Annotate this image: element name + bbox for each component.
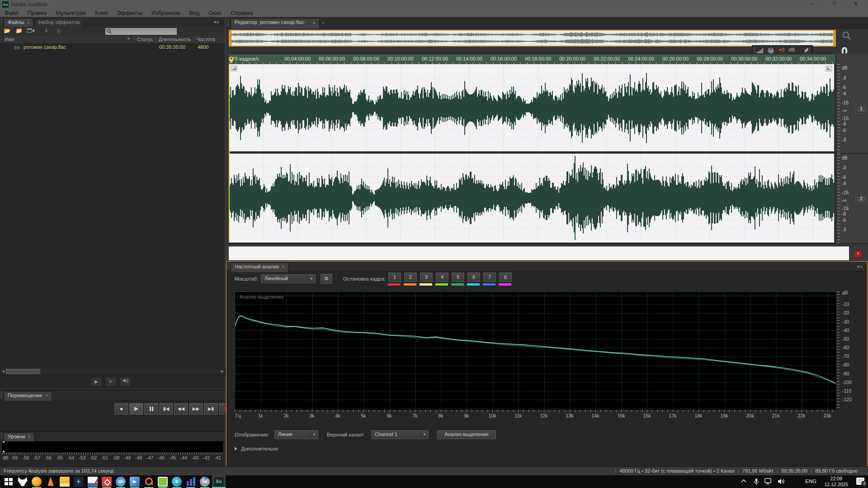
skip-back-button[interactable]: ▮◀ [159, 403, 173, 415]
scroll-left-icon[interactable]: ◀ [0, 369, 6, 374]
stop-button[interactable]: ■ [114, 403, 128, 415]
hold-button-5[interactable]: 5 [452, 272, 464, 282]
taskbar-image-viewer[interactable] [86, 475, 99, 488]
taskbar-file-explorer[interactable] [58, 475, 71, 488]
close-marker-button[interactable]: × [854, 250, 862, 258]
close-button[interactable]: ✕ [849, 0, 863, 8]
top-channel-select[interactable]: Channel 1▼ [371, 430, 429, 439]
sort-arrow-icon[interactable]: ▼ [127, 37, 130, 41]
close-icon[interactable]: × [27, 20, 30, 25]
display-select[interactable]: Линия▼ [274, 430, 318, 439]
speaker-icon[interactable] [778, 478, 786, 485]
advanced-expander[interactable]: Дополнительно [235, 446, 278, 451]
close-icon[interactable]: × [28, 434, 30, 439]
hold-button-8[interactable]: 8 [499, 272, 512, 282]
scan-selection-button[interactable]: Анализ выделения [437, 430, 496, 439]
col-status[interactable]: Статус [137, 37, 153, 42]
taskbar-red-diamond-app[interactable] [100, 475, 113, 488]
pause-button[interactable] [144, 403, 158, 415]
col-duration[interactable]: Длительность [159, 37, 191, 42]
notification-icon[interactable]: 4 [856, 478, 864, 485]
tab-files[interactable]: Файлы× [4, 18, 33, 28]
menu-вид[interactable]: Вид [185, 9, 204, 16]
gain-value[interactable]: +0 [778, 47, 784, 53]
panel-menu-icon[interactable]: ▾≡ [214, 20, 219, 24]
menu-окно[interactable]: Окно [204, 9, 226, 16]
playhead-handle[interactable] [228, 56, 234, 64]
tab-transport[interactable]: Перемещение× [4, 391, 52, 401]
close-icon[interactable]: × [45, 393, 48, 398]
tray-expand-icon[interactable] [741, 478, 747, 484]
taskbar-vlc[interactable] [44, 475, 57, 488]
taskbar-foobar2000[interactable] [16, 475, 29, 488]
scrollbar-thumb[interactable] [6, 369, 40, 374]
menu-правка[interactable]: Правка [23, 9, 51, 16]
taskbar-firefox[interactable] [30, 475, 43, 488]
chevron-down-icon[interactable]: ▼ [309, 21, 316, 24]
menu-клип[interactable]: Клип [90, 9, 112, 16]
waveform-display[interactable] [229, 64, 834, 244]
skip-ahead-button[interactable]: ▶▮ [204, 403, 218, 415]
clock[interactable]: 22:09 12.12.2025 [824, 476, 848, 488]
forward-button[interactable]: ▶▶ [189, 403, 203, 415]
hold-button-2[interactable]: 2 [404, 272, 417, 282]
taskbar-media-player[interactable]: ▶ [128, 475, 142, 488]
channel-2-button[interactable]: 2 [856, 195, 866, 203]
col-frequency[interactable]: Частота [197, 37, 215, 42]
import-file-icon[interactable]: 📁 [14, 28, 24, 35]
autoplay-button[interactable] [119, 377, 131, 387]
taskbar-qbittorrent[interactable]: qb [114, 475, 127, 488]
rewind-button[interactable]: ◀◀ [174, 403, 188, 415]
menu-эффекты[interactable]: Эффекты [112, 9, 147, 16]
menu-файл[interactable]: Файл [0, 9, 23, 16]
scroll-right-icon[interactable]: ▶ [220, 369, 225, 374]
minimize-button[interactable]: – [806, 0, 819, 8]
taskbar-edge[interactable]: e [170, 475, 184, 488]
taskbar-stats-app[interactable] [184, 475, 198, 488]
hold-button-7[interactable]: 7 [483, 272, 496, 282]
new-file-icon[interactable]: 🗔▾ [26, 28, 35, 35]
zoom-icon[interactable] [842, 31, 852, 41]
taskbar-sync-app[interactable]: ✛ [72, 475, 85, 488]
hold-button-4[interactable]: 4 [436, 272, 448, 282]
hold-button-3[interactable]: 3 [420, 272, 433, 282]
open-file-icon[interactable]: 📂 [3, 28, 12, 35]
close-icon[interactable]: × [322, 20, 325, 25]
panel-grip[interactable] [0, 19, 3, 25]
files-horizontal-scrollbar[interactable]: ◀ ▶ [0, 368, 226, 375]
network-icon[interactable] [764, 478, 772, 485]
taskbar-start[interactable] [2, 475, 15, 488]
menu-мультитрек[interactable]: Мультитрек [51, 9, 90, 16]
tab-effects-rack[interactable]: Набор эффектов [34, 18, 84, 28]
panel-menu-icon[interactable]: ▾≡ [857, 264, 863, 269]
snap-magnet-icon[interactable] [840, 47, 849, 54]
taskbar-search-tool[interactable] [142, 475, 156, 488]
search-input[interactable] [105, 28, 177, 35]
preview-play-button[interactable]: ▶ [90, 377, 102, 387]
scale-select[interactable]: Линейный▼ [261, 274, 316, 283]
taskbar-adobe-audition[interactable]: Au [212, 475, 226, 488]
language-indicator[interactable]: ENG [805, 479, 816, 484]
overview-navigator[interactable] [229, 30, 836, 47]
col-name[interactable]: Имя [5, 37, 14, 42]
tab-editor[interactable]: Редактор: рогожин сахар.flac ▼ [231, 18, 320, 28]
play-button[interactable]: ▶ [129, 403, 143, 415]
microphone-icon[interactable] [753, 478, 760, 485]
hold-button-6[interactable]: 6 [467, 272, 480, 282]
tab-frequency-analysis[interactable]: Частотный анализ× [231, 263, 288, 272]
menu-справка[interactable]: Справка [226, 9, 257, 16]
channel-1-button[interactable]: 1 [856, 105, 866, 113]
tab-levels[interactable]: Уровни× [4, 432, 34, 442]
menu-избранное[interactable]: Избранное [147, 9, 184, 16]
frequency-graph[interactable]: Анализ выделения [235, 291, 837, 410]
timeline-ruler[interactable]: 75 кадров/с 00:04:00:0000:06:00:0000:08:… [229, 54, 835, 65]
files-column-header[interactable]: Имя ▼ Статус Длительность Частота [0, 36, 225, 44]
taskbar-notepad-app[interactable] [156, 475, 170, 488]
copy-data-button[interactable]: ⧉ [321, 274, 332, 284]
taskbar-badge50-app[interactable]: 50 [198, 475, 212, 488]
loop-button[interactable]: ↻ [105, 377, 117, 387]
hold-button-1[interactable]: 1 [388, 272, 401, 282]
maximize-button[interactable]: ❐ [827, 0, 841, 8]
close-icon[interactable]: × [282, 264, 284, 269]
file-row[interactable]: рогожин сахар.flac 00:35:35:00 4800 [0, 44, 225, 51]
